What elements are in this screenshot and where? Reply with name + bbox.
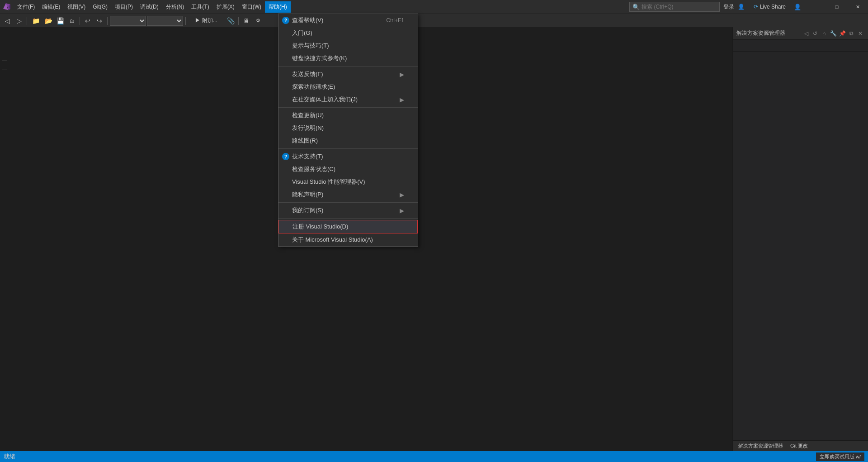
login-icon: 👤 [738,4,745,10]
menu-item-register-vs[interactable]: 注册 Visual Studio(D) [278,220,418,233]
toolbar-config-dropdown[interactable] [110,16,146,26]
toolbar-platform-dropdown[interactable] [147,16,183,26]
menu-divider-divider2 [278,107,418,108]
title-bar-right: 登录 👤 ⟳ Live Share 👤 ─ □ ✕ [720,0,868,14]
title-bar: 文件(F)编辑(E)视图(V)Git(G)项目(P)调试(D)分析(N)工具(T… [0,0,868,14]
toolbar-separator-3 [107,17,108,25]
menu-arrow-privacy: ▶ [400,191,404,198]
search-icon: 🔍 [632,4,640,10]
menu-item-explore-features[interactable]: 探索功能请求(E) [278,81,418,93]
toolbar-attach-btn[interactable]: 📎 [225,15,236,26]
menu-bar: 文件(F)编辑(E)视图(V)Git(G)项目(P)调试(D)分析(N)工具(T… [14,0,625,14]
menu-arrow-join-social: ▶ [400,96,404,103]
search-box[interactable]: 🔍 [629,2,720,12]
solution-explorer-header: 解决方案资源管理器 ◁ ↺ ⌂ 🔧 📌 ⧉ ✕ [733,27,868,40]
menu-arrow-send-feedback: ▶ [400,71,404,78]
toolbar-separator-2 [80,17,80,25]
menu-item-window[interactable]: 窗口(W) [238,1,265,13]
menu-item-analyze[interactable]: 分析(N) [162,1,188,13]
live-share-label: Live Share [760,4,786,10]
se-pin-btn[interactable]: 📌 [838,29,846,38]
menu-item-tips-tricks[interactable]: 提示与技巧(T) [278,39,418,52]
menu-label-roadmap: 路线图(R) [292,137,318,145]
se-home-btn[interactable]: ⌂ [820,29,828,38]
menu-item-tech-support[interactable]: ?技术支持(T) [278,150,418,163]
menu-item-get-started[interactable]: 入门(G) [278,27,418,39]
solution-explorer-content [733,52,868,440]
menu-label-check-updates: 检查更新(U) [292,111,324,119]
menu-label-release-notes: 发行说明(N) [292,124,324,132]
menu-arrow-my-subscriptions: ▶ [400,207,404,214]
menu-item-view-help[interactable]: ?查看帮助(V)Ctrl+F1 [278,14,418,27]
menu-label-register-vs: 注册 Visual Studio(D) [292,223,348,231]
login-label: 登录 [723,4,734,10]
se-collapse-btn[interactable]: ◁ [802,29,810,38]
toolbar-undo-btn[interactable]: ↩ [82,15,93,26]
toolbar-new-solution-btn[interactable]: 📁 [29,15,42,26]
toolbar-settings-btn[interactable]: ⚙ [253,15,264,26]
toolbar-redo-btn[interactable]: ↪ [94,15,105,26]
se-settings-btn[interactable]: 🔧 [829,29,837,38]
menu-item-help[interactable]: 帮助(H) [265,1,291,13]
toolbar-back-btn[interactable]: ◁ [2,15,13,26]
menu-item-view[interactable]: 视图(V) [64,1,89,13]
menu-item-check-updates[interactable]: 检查更新(U) [278,109,418,122]
se-close-btn[interactable]: ✕ [856,29,864,38]
side-tool-bottom[interactable]: — [0,65,9,73]
se-tab-solution-explorer-tab[interactable]: 解决方案资源管理器 [735,442,787,450]
minimize-button[interactable]: ─ [806,0,826,14]
menu-label-perf-manager: Visual Studio 性能管理器(V) [292,178,365,186]
menu-item-about-vs[interactable]: 关于 Microsoft Visual Studio(A) [278,233,418,246]
close-button[interactable]: ✕ [847,0,868,14]
menu-item-tools[interactable]: 工具(T) [188,1,212,13]
live-share-button[interactable]: ⟳ Live Share [750,3,789,11]
toolbar-save-btn[interactable]: 💾 [55,15,66,26]
toolbar-monitor-btn[interactable]: 🖥 [241,15,252,26]
window-controls: ─ □ ✕ [806,0,868,14]
menu-item-debug[interactable]: 调试(D) [137,1,162,13]
menu-label-view-help: 查看帮助(V) [292,16,323,24]
menu-item-join-social[interactable]: 在社交媒体上加入我们(J)▶ [278,93,418,106]
menu-item-send-feedback[interactable]: 发送反馈(F)▶ [278,68,418,81]
toolbar-save-all-btn[interactable]: 🗂 [66,15,77,26]
se-refresh-btn[interactable]: ↺ [811,29,819,38]
toolbar-run-btn[interactable]: ▶ 附加... [188,15,224,26]
menu-item-release-notes[interactable]: 发行说明(N) [278,122,418,134]
help-icon-tech-support: ? [282,153,289,160]
status-right: 立即购买试用版 w/ [816,452,864,461]
menu-item-privacy[interactable]: 隐私声明(P)▶ [278,188,418,201]
se-float-btn[interactable]: ⧉ [847,29,855,38]
login-button[interactable]: 登录 👤 [720,2,748,12]
menu-item-project[interactable]: 项目(P) [111,1,137,13]
menu-shortcut-view-help: Ctrl+F1 [386,17,404,24]
side-tool-top[interactable]: — [0,56,9,64]
menu-divider-divider5 [278,218,418,219]
menu-item-check-service[interactable]: 检查服务状态(C) [278,163,418,176]
solution-explorer-title: 解决方案资源管理器 [736,29,785,37]
menu-divider-divider4 [278,202,418,203]
menu-divider-divider1 [278,66,418,67]
help-icon-view-help: ? [282,17,289,24]
menu-item-git[interactable]: Git(G) [89,2,111,12]
toolbar-forward-btn[interactable]: ▷ [14,15,24,26]
se-tab-git-changes-tab[interactable]: Git 更改 [787,442,811,450]
help-menu: ?查看帮助(V)Ctrl+F1入门(G)提示与技巧(T)键盘快捷方式参考(K)发… [278,14,418,247]
solution-explorer-toolbar [733,40,868,52]
maximize-button[interactable]: □ [826,0,847,14]
toolbar-separator-5 [238,17,239,25]
solution-explorer-controls: ◁ ↺ ⌂ 🔧 📌 ⧉ ✕ [802,29,864,38]
watermark-text: 立即购买试用版 w/ [816,452,864,461]
menu-item-keyboard-ref[interactable]: 键盘快捷方式参考(K) [278,52,418,65]
menu-item-edit[interactable]: 编辑(E) [38,1,64,13]
menu-item-roadmap[interactable]: 路线图(R) [278,134,418,147]
menu-label-keyboard-ref: 键盘快捷方式参考(K) [292,54,347,62]
menu-label-send-feedback: 发送反馈(F) [292,70,323,78]
menu-item-my-subscriptions[interactable]: 我的订阅(S)▶ [278,204,418,217]
status-ready: 就绪 [4,452,15,461]
menu-item-perf-manager[interactable]: Visual Studio 性能管理器(V) [278,176,418,188]
menu-item-extensions[interactable]: 扩展(X) [213,1,238,13]
menu-label-about-vs: 关于 Microsoft Visual Studio(A) [292,236,373,244]
menu-item-file[interactable]: 文件(F) [14,1,38,13]
search-input[interactable] [642,4,709,10]
toolbar-open-btn[interactable]: 📂 [43,15,54,26]
